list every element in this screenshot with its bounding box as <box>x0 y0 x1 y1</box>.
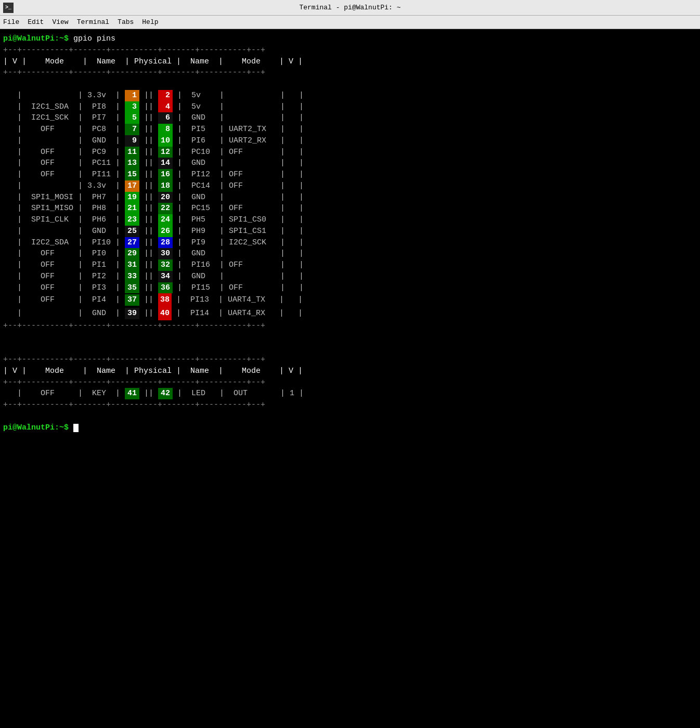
sep-top2: +--+----------+-------+----------+------… <box>3 354 697 366</box>
row-17-18: | | 3.3v | 17 || 18 | PC14 | OFF | | <box>3 180 697 192</box>
blank3 <box>3 343 697 354</box>
row-21-22: | SPI1_MISO | PH8 | 21 || 22 | PC15 | OF… <box>3 203 697 214</box>
prompt-line2: pi@WalnutPi:~$ <box>3 422 697 434</box>
row-33-34: | OFF | PI2 | 33 || 34 | GND | | | <box>3 271 697 282</box>
row-39-40: | | GND | 39 || 40 | PI14 | UART4_RX | | <box>3 307 697 320</box>
row-1-2: | | 3.3v | 1 || 2 | 5v | | | <box>3 90 697 101</box>
menu-terminal[interactable]: Terminal <box>77 18 109 26</box>
sep-head: +--+----------+-------+----------+------… <box>3 67 697 79</box>
row-15-16: | OFF | PI11 | 15 || 16 | PI12 | OFF | | <box>3 169 697 180</box>
row-19-20: | SPI1_MOSI | PH7 | 19 || 20 | GND | | | <box>3 192 697 203</box>
menu-tabs[interactable]: Tabs <box>118 18 134 26</box>
menu-view[interactable]: View <box>52 18 68 26</box>
row-41-42: | OFF | KEY | 41 || 42 | LED | OUT | 1 | <box>3 388 697 399</box>
row-35-36: | OFF | PI3 | 35 || 36 | PI15 | OFF | | <box>3 282 697 294</box>
terminal-body: pi@WalnutPi:~$ gpio pins +--+----------+… <box>0 29 700 728</box>
row-3-4: | I2C1_SDA | PI8 | 3 || 4 | 5v | | | <box>3 101 697 113</box>
title-bar-icon: >_ <box>3 3 14 13</box>
row-5-6: | I2C1_SCK | PI7 | 5 || 6 | GND | | | <box>3 112 697 124</box>
menu-file[interactable]: File <box>3 18 19 26</box>
command-line: pi@WalnutPi:~$ gpio pins <box>3 33 697 45</box>
row-29-30: | OFF | PI0 | 29 || 30 | GND | | | <box>3 248 697 259</box>
sep-bottom: +--+----------+-------+----------+------… <box>3 320 697 332</box>
blank4 <box>3 411 697 422</box>
sep-top: +--+----------+-------+----------+------… <box>3 45 697 56</box>
menu-bar: File Edit View Terminal Tabs Help <box>0 16 700 29</box>
row-37-38: | OFF | PI4 | 37 || 38 | PI13 | UART4_TX… <box>3 293 697 307</box>
menu-edit[interactable]: Edit <box>28 18 44 26</box>
row-25-26: | | GND | 25 || 26 | PH9 | SPI1_CS1 | | <box>3 226 697 237</box>
terminal-icon: >_ <box>5 5 11 10</box>
blank2 <box>3 332 697 343</box>
title-bar: >_ Terminal - pi@WalnutPi: ~ <box>0 0 700 16</box>
row-11-12: | OFF | PC9 | 11 || 12 | PC10 | OFF | | <box>3 147 697 158</box>
header-row: | V | Mode | Name | Physical | Name | Mo… <box>3 56 697 68</box>
row-27-28: | I2C2_SDA | PI10 | 27 || 28 | PI9 | I2C… <box>3 237 697 249</box>
sep-head2: +--+----------+-------+----------+------… <box>3 377 697 388</box>
row-31-32: | OFF | PI1 | 31 || 32 | PI16 | OFF | | <box>3 259 697 271</box>
title-bar-title: Terminal - pi@WalnutPi: ~ <box>299 4 400 11</box>
sep-bottom2: +--+----------+-------+----------+------… <box>3 399 697 411</box>
blank1 <box>3 79 697 90</box>
row-7-8: | OFF | PC8 | 7 || 8 | PI5 | UART2_TX | … <box>3 124 697 135</box>
header-row2: | V | Mode | Name | Physical | Name | Mo… <box>3 366 697 377</box>
menu-help[interactable]: Help <box>142 18 158 26</box>
row-9-10: | | GND | 9 || 10 | PI6 | UART2_RX | | <box>3 135 697 147</box>
row-23-24: | SPI1_CLK | PH6 | 23 || 24 | PH5 | SPI1… <box>3 214 697 226</box>
row-13-14: | OFF | PC11 | 13 || 14 | GND | | | <box>3 158 697 169</box>
